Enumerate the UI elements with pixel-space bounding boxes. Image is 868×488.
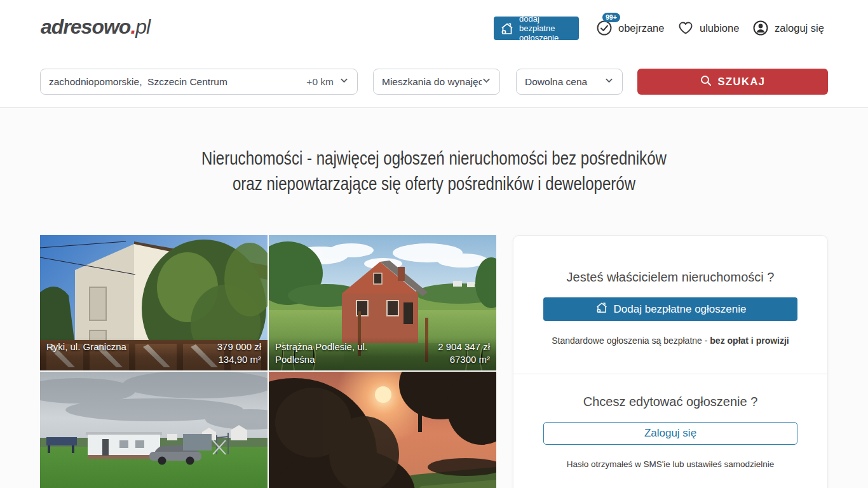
house-plus-icon [499, 20, 515, 37]
listing-price-area: 2 904 347 zł 67300 m² [438, 341, 490, 366]
listing-title: Pstrążna Podlesie, ul. Podleśna [275, 341, 399, 366]
price-select[interactable]: Dowolna cena [516, 69, 623, 95]
adresowo-home-page: adresowo.pl dodaj bezpłatne ogłoszenie [0, 0, 868, 488]
category-select[interactable]: Mieszkania do wynajęc [373, 69, 500, 95]
heart-icon [677, 20, 694, 36]
panel-login-label: Zaloguj się [644, 427, 696, 440]
panel-divider [513, 374, 827, 374]
listing-card[interactable]: Ryki, ul. Graniczna 379 000 zł 134,90 m² [40, 235, 268, 370]
login-label: zaloguj się [775, 22, 824, 34]
owner-panel: Jesteś właścicielem nieruchomości ? Doda… [513, 235, 828, 488]
panel-free-note: Standardowe ogłoszenia są bezpłatne - be… [513, 336, 827, 346]
add-listing-label: dodaj bezpłatne ogłoszenie [519, 14, 573, 43]
listing-price-area: 379 000 zł 134,90 m² [217, 341, 261, 366]
listing-card[interactable]: Warszawa Białołęka, ul. 735 000 zł [269, 372, 496, 488]
viewed-label: obejrzane [618, 22, 664, 34]
page-title-line2: oraz niepowtarzające się oferty pośredni… [74, 171, 794, 196]
add-listing-button[interactable]: dodaj bezpłatne ogłoszenie [494, 17, 579, 40]
listing-price: 379 000 zł [217, 341, 261, 353]
favorites-link[interactable]: ulubione [677, 20, 739, 36]
panel-add-listing-label: Dodaj bezpłatne ogłoszenie [614, 303, 747, 316]
page-title-line1: Nieruchomości - najwięcej ogłoszeń nieru… [74, 146, 794, 171]
listing-price: 2 904 347 zł [438, 341, 490, 353]
category-value: Mieszkania do wynajęc [382, 76, 482, 88]
listing-photo [269, 372, 496, 488]
price-value: Dowolna cena [525, 76, 604, 88]
check-circle-icon: 99+ [596, 20, 613, 36]
owner-panel-title: Jesteś właścicielem nieruchomości ? [513, 270, 827, 285]
page-title: Nieruchomości - najwięcej ogłoszeń nieru… [74, 146, 794, 196]
listing-photo [40, 372, 268, 488]
listing-area: 67300 m² [438, 353, 490, 366]
panel-add-listing-button[interactable]: Dodaj bezpłatne ogłoszenie [543, 297, 797, 321]
viewed-link[interactable]: 99+ obejrzane [596, 20, 664, 36]
person-circle-icon [752, 20, 769, 36]
house-plus-icon [595, 301, 609, 318]
listings-grid: Ryki, ul. Graniczna 379 000 zł 134,90 m² [40, 235, 498, 488]
search-button[interactable]: SZUKAJ [637, 69, 828, 95]
listing-title: Ryki, ul. Graniczna [46, 341, 126, 353]
chevron-down-icon [339, 76, 349, 88]
location-value: zachodniopomorskie, Szczecin Centrum [49, 76, 306, 88]
search-icon [700, 74, 712, 90]
logo-tld: pl [135, 15, 150, 38]
listing-card[interactable]: Kliniska Wielkie, Podesna 369 000 zł [40, 372, 268, 488]
header: adresowo.pl dodaj bezpłatne ogłoszenie [0, 0, 868, 108]
listing-caption: Ryki, ul. Graniczna 379 000 zł 134,90 m² [40, 337, 268, 370]
listing-caption: Pstrążna Podlesie, ul. Podleśna 2 904 34… [269, 337, 496, 370]
radius-value[interactable]: +0 km [306, 76, 334, 88]
panel-login-button[interactable]: Zaloguj się [543, 422, 797, 445]
listing-card[interactable]: Pstrążna Podlesie, ul. Podleśna 2 904 34… [269, 235, 496, 370]
logo-main: adresowo [41, 15, 130, 38]
listing-area: 134,90 m² [217, 353, 261, 366]
panel-password-note: Hasło otrzymałeś w SMS'ie lub ustawiłeś … [513, 459, 827, 469]
site-logo[interactable]: adresowo.pl [41, 15, 150, 39]
location-input[interactable]: zachodniopomorskie, Szczecin Centrum +0 … [40, 69, 358, 95]
panel-edit-title: Chcesz edytować ogłoszenie ? [513, 395, 827, 409]
search-button-label: SZUKAJ [717, 76, 765, 88]
chevron-down-icon [482, 76, 491, 88]
login-link[interactable]: zaloguj się [752, 20, 824, 36]
chevron-down-icon [604, 76, 614, 88]
viewed-count-badge: 99+ [602, 13, 620, 22]
favorites-label: ulubione [700, 22, 739, 34]
